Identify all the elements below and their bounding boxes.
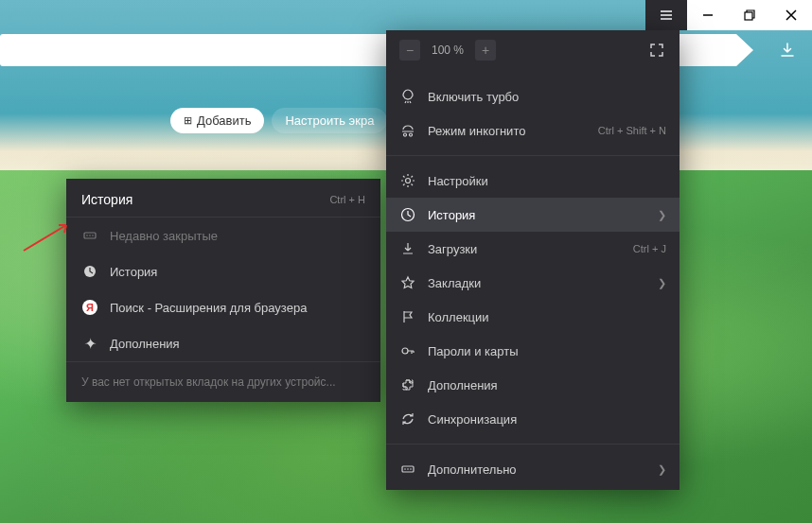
menu-item-bookmarks[interactable]: Закладки ❯ bbox=[386, 266, 680, 300]
maximize-icon bbox=[744, 9, 755, 21]
menu-item-incognito[interactable]: Режим инкогнито Ctrl + Shift + N bbox=[386, 113, 680, 148]
chevron-right-icon: ❯ bbox=[658, 463, 666, 476]
menu-label: Загрузки bbox=[428, 242, 622, 256]
menu-shortcut: Ctrl + J bbox=[633, 243, 666, 254]
svg-point-1 bbox=[406, 179, 411, 183]
customize-button-label: Настроить экра bbox=[285, 113, 374, 128]
menu-label: Дополнения bbox=[428, 378, 666, 392]
svg-point-6 bbox=[407, 468, 409, 470]
menu-item-downloads[interactable]: Загрузки Ctrl + J bbox=[386, 232, 680, 266]
submenu-item-search-extensions[interactable]: Я Поиск - Расширения для браузера bbox=[66, 289, 380, 325]
clock-filled-icon bbox=[81, 263, 98, 280]
star-icon bbox=[399, 274, 416, 291]
close-button[interactable] bbox=[770, 0, 812, 30]
menu-item-collections[interactable]: Коллекции bbox=[386, 300, 680, 334]
download-button[interactable] bbox=[772, 38, 803, 62]
menu-label: Дополнительно bbox=[428, 462, 646, 477]
puzzle-icon: ✦ bbox=[81, 335, 98, 352]
gear-icon bbox=[399, 172, 416, 189]
zoom-value: 100 % bbox=[428, 44, 468, 57]
menu-label: Синхронизация bbox=[428, 412, 666, 427]
sync-icon bbox=[399, 410, 416, 427]
menu-label: Закладки bbox=[428, 276, 646, 290]
submenu-title: История bbox=[81, 192, 132, 207]
download-icon bbox=[779, 42, 796, 59]
menu-item-history[interactable]: История ❯ bbox=[386, 198, 680, 232]
svg-point-11 bbox=[92, 235, 94, 236]
menu-label: Включить турбо bbox=[428, 90, 666, 104]
submenu-item-history[interactable]: История bbox=[66, 253, 380, 289]
tableau-buttons: ⊞ Добавить Настроить экра bbox=[170, 108, 387, 133]
rocket-icon bbox=[399, 88, 416, 105]
svg-point-3 bbox=[402, 348, 408, 354]
fullscreen-button[interactable] bbox=[647, 41, 666, 60]
menu-item-more[interactable]: Дополнительно ❯ bbox=[386, 452, 680, 486]
incognito-icon bbox=[399, 122, 416, 139]
submenu-label: Дополнения bbox=[110, 337, 365, 351]
submenu-label: Недавно закрытые bbox=[110, 229, 365, 243]
svg-point-7 bbox=[410, 468, 412, 470]
history-submenu: История Ctrl + H Недавно закрытые Истори… bbox=[66, 179, 380, 402]
menu-shortcut: Ctrl + Shift + N bbox=[598, 125, 666, 136]
fullscreen-icon bbox=[649, 43, 664, 58]
flag-icon bbox=[399, 308, 416, 325]
menu-item-turbo[interactable]: Включить турбо bbox=[386, 79, 680, 113]
plus-icon: ⊞ bbox=[184, 114, 192, 127]
puzzle-icon bbox=[399, 376, 416, 393]
zoom-in-button[interactable]: + bbox=[475, 40, 496, 61]
menu-item-extensions[interactable]: Дополнения bbox=[386, 368, 680, 402]
submenu-item-recent-closed[interactable]: Недавно закрытые bbox=[66, 218, 380, 253]
hamburger-menu-button[interactable] bbox=[645, 0, 687, 30]
submenu-header: История Ctrl + H bbox=[66, 179, 380, 218]
menu-label: Пароли и карты bbox=[428, 344, 666, 358]
close-icon bbox=[786, 9, 797, 21]
maximize-button[interactable] bbox=[729, 0, 770, 30]
submenu-shortcut: Ctrl + H bbox=[329, 194, 365, 205]
menu-item-sync[interactable]: Синхронизация bbox=[386, 402, 680, 436]
svg-point-9 bbox=[86, 235, 88, 236]
annotation-arrow bbox=[19, 218, 76, 258]
minimize-button[interactable] bbox=[687, 0, 729, 30]
clock-icon bbox=[399, 206, 416, 223]
main-menu: − 100 % + Включить турбо Режим инкогнито… bbox=[386, 30, 680, 490]
menu-label: Режим инкогнито bbox=[428, 124, 587, 138]
add-button-label: Добавить bbox=[197, 113, 251, 128]
minimize-icon bbox=[702, 9, 714, 21]
download-icon bbox=[399, 240, 416, 257]
add-button[interactable]: ⊞ Добавить bbox=[170, 108, 264, 133]
more-icon bbox=[399, 461, 416, 478]
menu-label: История bbox=[428, 208, 646, 222]
zoom-controls: − 100 % + bbox=[399, 40, 496, 61]
yandex-icon: Я bbox=[81, 299, 98, 316]
chevron-right-icon: ❯ bbox=[658, 277, 666, 289]
menu-item-passwords[interactable]: Пароли и карты bbox=[386, 334, 680, 368]
zoom-row: − 100 % + bbox=[386, 30, 680, 76]
customize-button[interactable]: Настроить экра bbox=[272, 108, 387, 133]
submenu-item-addons[interactable]: ✦ Дополнения bbox=[66, 325, 380, 361]
svg-rect-0 bbox=[745, 12, 752, 20]
menu-divider bbox=[386, 444, 680, 445]
chevron-right-icon: ❯ bbox=[658, 209, 666, 221]
zoom-out-button[interactable]: − bbox=[399, 40, 420, 61]
more-icon bbox=[81, 227, 98, 244]
hamburger-icon bbox=[659, 8, 674, 23]
titlebar bbox=[645, 0, 812, 30]
submenu-label: История bbox=[110, 265, 365, 279]
menu-label: Настройки bbox=[428, 174, 666, 188]
submenu-label: Поиск - Расширения для браузера bbox=[110, 301, 365, 315]
submenu-footer: У вас нет открытых вкладок на других уст… bbox=[66, 361, 380, 402]
menu-label: Коллекции bbox=[428, 310, 666, 324]
svg-point-5 bbox=[404, 468, 406, 470]
key-icon bbox=[399, 342, 416, 359]
menu-item-settings[interactable]: Настройки bbox=[386, 164, 680, 198]
menu-divider bbox=[386, 155, 680, 156]
svg-point-10 bbox=[89, 235, 91, 236]
